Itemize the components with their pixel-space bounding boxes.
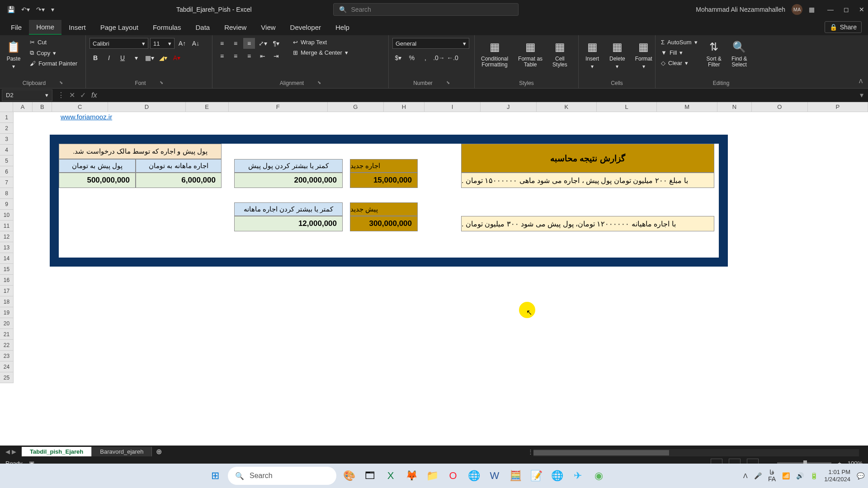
- maximize-icon[interactable]: ◻: [844, 6, 849, 13]
- row-header[interactable]: 5: [0, 155, 14, 166]
- format-cells-button[interactable]: ▦Format▾: [632, 38, 655, 71]
- undo-icon[interactable]: ↶▾: [21, 6, 30, 13]
- mic-icon[interactable]: 🎤: [754, 472, 762, 479]
- explorer-icon[interactable]: 🗔: [362, 468, 378, 484]
- tab-view[interactable]: View: [254, 20, 283, 34]
- format-table-button[interactable]: ▦Format as Table: [515, 38, 545, 70]
- opera-icon[interactable]: O: [445, 468, 461, 484]
- collapse-ribbon-icon[interactable]: ᐱ: [859, 78, 863, 84]
- tab-home[interactable]: Home: [29, 20, 61, 35]
- column-header[interactable]: A: [13, 102, 33, 112]
- sheet-tab-1[interactable]: Tabdil_pish_Ejareh: [22, 447, 92, 456]
- column-header[interactable]: E: [186, 102, 229, 112]
- column-header[interactable]: N: [717, 102, 752, 112]
- edge-icon[interactable]: 🌐: [466, 468, 482, 484]
- namebox-split-icon[interactable]: ⋮: [56, 91, 66, 99]
- user-avatar[interactable]: MA: [792, 4, 802, 15]
- camtasia-icon[interactable]: ◉: [590, 468, 607, 484]
- add-sheet-button[interactable]: ⊕: [152, 447, 165, 456]
- sheet-next-icon[interactable]: ▶: [12, 448, 16, 455]
- row-header[interactable]: 23: [0, 351, 14, 361]
- row-header[interactable]: 10: [0, 210, 14, 221]
- ribbon-display-icon[interactable]: ▦: [809, 6, 815, 13]
- column-header[interactable]: I: [425, 102, 481, 112]
- adjust-pish-value[interactable]: 200,000,000: [234, 173, 343, 188]
- tab-help[interactable]: Help: [328, 20, 357, 34]
- save-icon[interactable]: 💾: [7, 6, 15, 13]
- qat-more-icon[interactable]: ▾: [51, 6, 54, 13]
- notes-icon[interactable]: 📝: [528, 468, 544, 484]
- align-middle-icon[interactable]: ≡: [230, 38, 241, 49]
- percent-icon[interactable]: %: [406, 52, 418, 63]
- increase-decimal-icon[interactable]: .0→: [433, 52, 445, 63]
- increase-font-icon[interactable]: A↑: [176, 38, 188, 49]
- chevron-down-icon[interactable]: ▾: [130, 52, 142, 63]
- row-header[interactable]: 4: [0, 145, 14, 155]
- expand-formula-icon[interactable]: ▾: [855, 91, 868, 99]
- row-header[interactable]: 15: [0, 264, 14, 275]
- row-header[interactable]: 21: [0, 329, 14, 340]
- number-format-select[interactable]: General▾: [392, 38, 469, 49]
- notifications-icon[interactable]: 💬: [857, 472, 864, 479]
- row-header[interactable]: 18: [0, 296, 14, 307]
- word-icon[interactable]: W: [486, 468, 503, 484]
- tab-formulas[interactable]: Formulas: [146, 20, 189, 34]
- row-header[interactable]: 2: [0, 123, 14, 134]
- increase-indent-icon[interactable]: ⇥: [270, 51, 282, 61]
- row-header[interactable]: 9: [0, 199, 14, 210]
- telegram-icon[interactable]: ✈: [570, 468, 586, 484]
- column-header[interactable]: C: [52, 102, 108, 112]
- column-header[interactable]: G: [328, 102, 384, 112]
- italic-button[interactable]: I: [103, 52, 115, 63]
- orientation-icon[interactable]: ⤢▾: [257, 38, 269, 49]
- folder-icon[interactable]: 📁: [424, 468, 440, 484]
- sort-filter-button[interactable]: ⇅Sort & Filter: [704, 38, 724, 70]
- row-header[interactable]: 20: [0, 318, 14, 329]
- row-header[interactable]: 13: [0, 242, 14, 253]
- row-header[interactable]: 3: [0, 134, 14, 145]
- insert-cells-button[interactable]: ▦Insert▾: [582, 38, 602, 71]
- share-button[interactable]: 🔒 Share: [825, 21, 862, 33]
- redo-icon[interactable]: ↷▾: [36, 6, 45, 13]
- bold-button[interactable]: B: [90, 52, 101, 63]
- underline-button[interactable]: U: [117, 52, 128, 63]
- column-header[interactable]: F: [229, 102, 328, 112]
- text-direction-icon[interactable]: ¶▾: [270, 38, 282, 49]
- calculator-icon[interactable]: 🧮: [507, 468, 524, 484]
- volume-icon[interactable]: 🔊: [796, 472, 804, 479]
- fill-color-button[interactable]: ◢▾: [157, 52, 169, 63]
- align-center-icon[interactable]: ≡: [230, 51, 241, 61]
- formula-bar[interactable]: [100, 90, 855, 101]
- column-header[interactable]: H: [384, 102, 425, 112]
- tab-developer[interactable]: Developer: [283, 20, 328, 34]
- tray-expand-icon[interactable]: ᐱ: [743, 472, 748, 479]
- search-box[interactable]: 🔍 Search: [333, 3, 519, 16]
- font-color-button[interactable]: A▾: [171, 52, 183, 63]
- autosum-button[interactable]: ΣAutoSum▾: [659, 38, 699, 47]
- number-launcher[interactable]: ⬊: [446, 80, 450, 86]
- find-select-button[interactable]: 🔍Find & Select: [729, 38, 750, 70]
- app-icon[interactable]: 🎨: [341, 468, 357, 484]
- close-icon[interactable]: ✕: [859, 6, 864, 13]
- column-header[interactable]: O: [752, 102, 808, 112]
- alignment-launcher[interactable]: ⬊: [317, 80, 321, 86]
- row-header[interactable]: 24: [0, 361, 14, 372]
- lang-indicator-1[interactable]: فا: [768, 469, 776, 476]
- tab-file[interactable]: File: [4, 20, 29, 34]
- format-painter-button[interactable]: 🖌Format Painter: [28, 59, 79, 68]
- taskbar-search[interactable]: 🔍 Search: [228, 467, 336, 485]
- cut-button[interactable]: ✂Cut: [28, 38, 79, 47]
- sheet-prev-icon[interactable]: ◀: [5, 448, 10, 455]
- fill-button[interactable]: ▼Fill▾: [659, 48, 699, 57]
- comma-icon[interactable]: ,: [420, 52, 431, 63]
- row-header[interactable]: 17: [0, 286, 14, 296]
- column-header[interactable]: M: [657, 102, 717, 112]
- minimize-icon[interactable]: —: [827, 6, 834, 13]
- adjust-ejareh-value[interactable]: 12,000,000: [234, 216, 343, 231]
- border-button[interactable]: ▦▾: [144, 52, 156, 63]
- enter-formula-icon[interactable]: ✓: [78, 91, 88, 99]
- column-header[interactable]: B: [33, 102, 52, 112]
- tab-page-layout[interactable]: Page Layout: [93, 20, 146, 34]
- row-header[interactable]: 12: [0, 231, 14, 242]
- font-launcher[interactable]: ⬊: [160, 80, 163, 86]
